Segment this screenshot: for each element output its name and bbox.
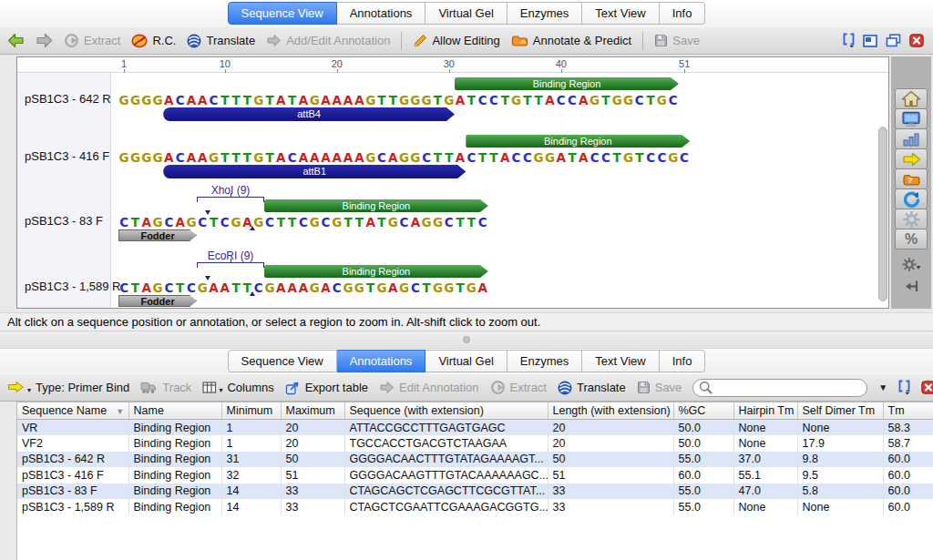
- bar-chart-button[interactable]: [895, 128, 928, 149]
- translate-button-bottom[interactable]: Translate: [558, 381, 626, 395]
- type-filter-button[interactable]: ▾ Type: Primer Bind: [7, 381, 129, 394]
- columns-button[interactable]: ▾ Columns: [202, 381, 273, 394]
- sequence-letters[interactable]: GGGGACAACTTTGTATAGAAAAGTTGGGTGATCCTGTTAC…: [118, 92, 679, 107]
- bottom-tab-annotations[interactable]: Annotations: [337, 350, 426, 372]
- base-C: C: [645, 150, 656, 165]
- monitor-button[interactable]: [895, 108, 928, 129]
- sequence-letters[interactable]: CTAGCTCGAATTCGAAAGACGGTGAGCTGGTGA: [118, 280, 488, 294]
- back-button[interactable]: [7, 33, 25, 48]
- sequence-map-pane[interactable]: 11020304051pSB1C3 - 642 RGGGGACAACTTTGTA…: [16, 56, 889, 309]
- ruler-tick-icon: [225, 69, 226, 73]
- add-edit-annotation-button[interactable]: Add/Edit Annotation: [266, 34, 390, 47]
- binding-region-annotation[interactable]: Binding Region: [455, 77, 679, 90]
- col-header-hairpin-tm[interactable]: Hairpin Tm: [733, 402, 797, 420]
- cell-sequence-name: pSB1C3 - 1,589 R: [17, 499, 128, 515]
- col-header-maximum[interactable]: Maximum: [281, 402, 344, 420]
- top-tab-annotations[interactable]: Annotations: [337, 2, 426, 25]
- base-T: T: [129, 280, 140, 295]
- col-header-gc[interactable]: %GC: [673, 402, 733, 420]
- bottom-tab-virtual-gel[interactable]: Virtual Gel: [425, 350, 507, 372]
- export-table-button[interactable]: Export table: [285, 381, 368, 395]
- col-header-tm[interactable]: Tm: [883, 402, 933, 420]
- top-tab-virtual-gel[interactable]: Virtual Gel: [425, 2, 507, 25]
- base-G: G: [141, 150, 152, 165]
- vertical-scrollbar-thumb[interactable]: [878, 127, 887, 301]
- table-row[interactable]: VF2Binding Region120TGCCACCTGACGTCTAAGAA…: [17, 435, 933, 452]
- sequence-letters[interactable]: CTAGCAGCTCGAGCTTCGCGTTATGCAGGCTTC: [118, 214, 488, 229]
- cell-minimum: 1: [221, 420, 281, 436]
- top-tab-enzymes[interactable]: Enzymes: [508, 2, 582, 25]
- base-A: A: [354, 150, 364, 165]
- single-window-button[interactable]: [863, 35, 877, 47]
- pane-splitter[interactable]: [0, 331, 933, 349]
- base-G: G: [398, 280, 409, 295]
- col-header-name[interactable]: Name: [128, 402, 221, 420]
- col-header-length-with-extension[interactable]: Length (with extension): [548, 402, 673, 420]
- att-site-annotation[interactable]: attB4: [163, 107, 455, 121]
- extract-button[interactable]: Extract: [64, 33, 120, 48]
- annotate-button[interactable]: ?: [895, 168, 928, 189]
- side-icon-strip: ?%▾: [891, 56, 931, 309]
- close-pane-button[interactable]: [909, 34, 924, 47]
- save-button[interactable]: Save: [654, 34, 700, 47]
- fodder-annotation[interactable]: Fodder: [118, 229, 197, 241]
- allow-editing-button[interactable]: Allow Editing: [413, 34, 499, 48]
- base-T: T: [241, 150, 252, 165]
- col-header-sequence-name[interactable]: Sequence Name▼: [17, 402, 128, 420]
- bottom-tab-sequence-view[interactable]: Sequence View: [228, 350, 337, 372]
- table-row[interactable]: pSB1C3 - 83 FBinding Region1433CTAGCAGCT…: [17, 484, 933, 500]
- binding-region-annotation[interactable]: Binding Region: [264, 265, 488, 278]
- rc-button[interactable]: R.C.: [131, 34, 176, 48]
- edit-annotation-button[interactable]: Edit Annotation: [379, 381, 478, 394]
- base-T: T: [376, 215, 387, 229]
- top-tab-info[interactable]: Info: [660, 2, 706, 25]
- top-tab-sequence-view[interactable]: Sequence View: [228, 2, 337, 25]
- binding-region-annotation[interactable]: Binding Region: [264, 199, 488, 212]
- base-G: G: [343, 280, 354, 295]
- top-tab-text-view[interactable]: Text View: [582, 2, 659, 25]
- sequence-letters[interactable]: GGGGACAAGTTTGTACAAAAAAGCAGGCTTACTTACCGGA…: [118, 149, 690, 164]
- search-input[interactable]: [716, 381, 861, 395]
- bottom-tab-text-view[interactable]: Text View: [582, 350, 659, 372]
- base-C: C: [421, 150, 432, 165]
- yellow-arrow-button[interactable]: [895, 148, 928, 169]
- annotations-table: Sequence Name▼NameMinimumMaximumSequence…: [17, 402, 933, 515]
- annotate-predict-button[interactable]: Annotate & Predict: [511, 34, 631, 47]
- cell-name: Binding Region: [128, 467, 221, 484]
- table-row[interactable]: pSB1C3 - 642 RBinding Region3150GGGGACAA…: [17, 452, 933, 468]
- binding-region-annotation[interactable]: Binding Region: [466, 135, 690, 148]
- base-T: T: [129, 215, 140, 229]
- return-button[interactable]: [904, 280, 919, 293]
- ruler-tick-icon: [337, 69, 338, 73]
- window-controls: [843, 33, 926, 48]
- bottom-tab-info[interactable]: Info: [660, 350, 706, 372]
- fodder-annotation[interactable]: Fodder: [118, 295, 197, 307]
- col-header-self-dimer-tm[interactable]: Self Dimer Tm: [797, 402, 883, 420]
- rc-label: R.C.: [152, 34, 176, 47]
- search-box[interactable]: [692, 379, 867, 397]
- base-A: A: [343, 93, 354, 107]
- extract-button-bottom[interactable]: Extract: [490, 380, 547, 395]
- new-window-button[interactable]: [886, 34, 901, 47]
- forward-button[interactable]: [36, 33, 53, 48]
- track-button[interactable]: Track: [140, 381, 191, 394]
- translate-button[interactable]: Translate: [187, 34, 255, 48]
- gear-button[interactable]: [895, 209, 928, 229]
- percent-button[interactable]: %: [895, 229, 928, 249]
- bottom-tab-enzymes[interactable]: Enzymes: [508, 350, 582, 372]
- split-view-button[interactable]: [843, 33, 855, 48]
- refresh-button[interactable]: [895, 188, 928, 209]
- split-view-button-bottom[interactable]: [898, 380, 910, 395]
- table-row[interactable]: VRBinding Region120ATTACCGCCTTTGAGTGAGC2…: [17, 420, 933, 436]
- att-site-annotation[interactable]: attB1: [163, 165, 466, 178]
- table-row[interactable]: pSB1C3 - 416 FBinding Region3251GGGGACAA…: [17, 467, 933, 484]
- save-button-bottom[interactable]: Save: [637, 381, 682, 394]
- search-options-button[interactable]: ▼: [878, 382, 887, 392]
- col-header-minimum[interactable]: Minimum: [221, 402, 281, 420]
- base-G: G: [421, 93, 432, 107]
- col-header-sequence-with-extension[interactable]: Sequence (with extension): [344, 402, 548, 420]
- gear-menu-button[interactable]: ▾: [902, 258, 920, 271]
- table-row[interactable]: pSB1C3 - 1,589 RBinding Region1433CTAGCT…: [17, 499, 933, 515]
- home-button[interactable]: [895, 88, 928, 109]
- close-pane-button-bottom[interactable]: [921, 381, 933, 394]
